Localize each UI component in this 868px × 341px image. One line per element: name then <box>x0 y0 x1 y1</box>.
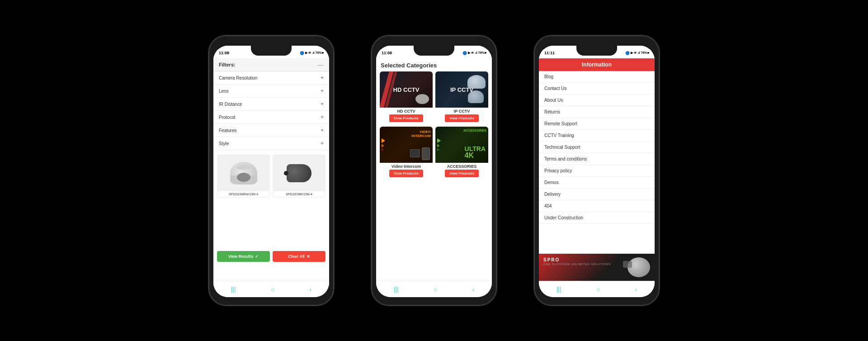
brand-logo: SPRO <box>543 257 560 262</box>
filters-label: Filters: <box>219 62 236 67</box>
info-item-demos[interactable]: Demos <box>539 177 655 189</box>
information-screen: Information Blog Contact Us About Us Ret… <box>539 58 655 281</box>
status-icons-1: 🔵 ▶ ≋ .ıl 76%■ <box>300 51 324 55</box>
bottom-nav-3: ||| ○ ‹ <box>539 281 655 297</box>
product-card-2[interactable]: SPD20/36R/15M-4 <box>273 155 326 198</box>
status-bar-3: 11:11 🔵 ▶ ≋ .ıl 76%■ <box>539 46 655 58</box>
product-image-2 <box>273 155 325 191</box>
expand-icon: + <box>321 140 324 147</box>
bottom-nav-2: ||| ○ ‹ <box>376 281 492 297</box>
cat-name-accessories: ACCESSORIES <box>447 163 477 170</box>
information-list: Blog Contact Us About Us Returns Remote … <box>539 71 655 254</box>
brand-banner: SPRO ONE PLATFORM UNLIMITED SOLUTIONS <box>539 254 655 281</box>
bottom-actions: View Results ✓ Clear All ✕ <box>213 248 329 265</box>
cat-image-hd-cctv: HD CCTV <box>380 71 433 108</box>
cat-card-ip-cctv[interactable]: IP CCTV IP CCTV View Products <box>435 71 488 124</box>
view-products-button-acc[interactable]: View Products <box>445 170 479 177</box>
expand-icon: + <box>321 101 324 107</box>
phone-categories: 11:08 🔵 ▶ ≋ .ıl 76%■ Selected Categories… <box>371 35 497 306</box>
product-name-1: SPD20/36RW/15M-4 <box>228 191 259 197</box>
expand-icon: + <box>321 114 324 120</box>
view-products-button-ip[interactable]: View Products <box>445 114 479 122</box>
info-item-delivery[interactable]: Delivery <box>539 189 655 200</box>
clear-all-button[interactable]: Clear All ✕ <box>273 251 326 262</box>
filter-features[interactable]: Features + <box>213 124 329 137</box>
ultra-hd-4k-label: ULTRA4K <box>465 146 486 159</box>
info-item-terms-conditions[interactable]: Terms and conditions <box>539 153 655 165</box>
acc-label: ACCESSORIES <box>463 129 486 133</box>
expand-icon: + <box>321 75 324 81</box>
filters-bar: Filters: — <box>213 58 329 71</box>
view-products-button-vi[interactable]: View Products <box>389 170 423 177</box>
banner-camera-small-icon <box>623 261 632 268</box>
nav-recent-icon-3[interactable]: ||| <box>557 286 561 293</box>
time-1: 11:08 <box>219 51 229 55</box>
nav-home-icon-2[interactable]: ○ <box>434 286 437 293</box>
nav-recent-icon-2[interactable]: ||| <box>394 286 399 293</box>
status-bar-1: 11:08 🔵 ▶ ≋ .ıl 76%■ <box>213 46 329 58</box>
nav-back-icon[interactable]: ‹ <box>310 286 312 293</box>
cat-card-video-intercom[interactable]: VIDEOINTERCOM Video Intercom View Produc… <box>380 127 433 179</box>
bullet-camera-icon <box>287 164 311 182</box>
categories-grid: HD CCTV HD CCTV View Products IP CCTV IP… <box>376 71 492 183</box>
filter-lens[interactable]: Lens + <box>213 85 329 98</box>
info-item-remote-support[interactable]: Remote Support <box>539 118 655 130</box>
filter-protocol[interactable]: Protocol + <box>213 111 329 124</box>
info-item-contact-us[interactable]: Contact Us <box>539 83 655 95</box>
info-item-returns[interactable]: Returns <box>539 106 655 118</box>
info-item-privacy-policy[interactable]: Privacy policy <box>539 165 655 177</box>
time-2: 11:08 <box>382 51 392 55</box>
status-bar-2: 11:08 🔵 ▶ ≋ .ıl 76%■ <box>376 46 492 58</box>
cat-name-video-intercom: Video Intercom <box>392 163 421 170</box>
view-results-button[interactable]: View Results ✓ <box>217 251 270 262</box>
categories-title: Selected Categories <box>376 58 492 71</box>
filter-ir-distance[interactable]: IR Distance + <box>213 98 329 111</box>
dome-camera-icon <box>230 162 257 185</box>
info-item-under-construction[interactable]: Under Construction <box>539 212 655 224</box>
nav-back-icon-3[interactable]: ‹ <box>635 286 637 293</box>
info-item-cctv-training[interactable]: CCTV Training <box>539 130 655 142</box>
product-grid: SPD20/36RW/15M-4 SPD20/36R/15M-4 <box>213 150 329 200</box>
phone-filters: 11:08 🔵 ▶ ≋ .ıl 76%■ Filters: — Camera R… <box>208 35 335 306</box>
cat-image-ip-cctv: IP CCTV <box>435 71 488 108</box>
cat-name-hd-cctv: HD CCTV <box>397 108 415 114</box>
view-products-button-hd[interactable]: View Products <box>389 114 423 122</box>
product-card-1[interactable]: SPD20/36RW/15M-4 <box>217 155 270 198</box>
cat-card-hd-cctv[interactable]: HD CCTV HD CCTV View Products <box>380 71 433 124</box>
checkmark-icon: ✓ <box>255 254 259 259</box>
product-image-1 <box>217 155 269 191</box>
phone-information: 11:11 🔵 ▶ ≋ .ıl 76%■ Information Blog Co… <box>533 35 660 306</box>
cat-image-video-intercom: VIDEOINTERCOM <box>380 127 433 163</box>
cat-card-accessories[interactable]: ACCESSORIES ULTRA4K ACCESSORIES View Pro… <box>435 127 488 179</box>
bottom-nav-1: ||| ○ ‹ <box>213 281 329 297</box>
status-icons-3: 🔵 ▶ ≋ .ıl 76%■ <box>625 51 649 55</box>
information-section-title: Information <box>539 58 655 71</box>
info-item-404[interactable]: 404 <box>539 200 655 212</box>
expand-icon: + <box>321 127 324 133</box>
filter-camera-resolution[interactable]: Camera Resolution + <box>213 71 329 85</box>
cat-name-ip-cctv: IP CCTV <box>454 108 470 114</box>
filters-collapse-icon[interactable]: — <box>317 61 324 68</box>
info-item-technical-support[interactable]: Technical Support <box>539 142 655 153</box>
product-name-2: SPD20/36R/15M-4 <box>285 191 313 197</box>
info-item-blog[interactable]: Blog <box>539 71 655 83</box>
nav-home-icon-3[interactable]: ○ <box>596 286 600 293</box>
time-3: 11:11 <box>544 51 555 55</box>
nav-recent-icon[interactable]: ||| <box>231 286 236 293</box>
expand-icon: + <box>321 88 324 94</box>
status-icons-2: 🔵 ▶ ≋ .ıl 76%■ <box>462 51 486 55</box>
filters-screen: Filters: — Camera Resolution + Lens + IR… <box>213 58 329 281</box>
categories-screen: Selected Categories HD CCTV HD CCTV Vi <box>376 58 492 281</box>
close-icon: ✕ <box>307 254 310 259</box>
filter-style[interactable]: Style + <box>213 137 329 150</box>
info-item-about-us[interactable]: About Us <box>539 95 655 106</box>
cat-image-accessories: ACCESSORIES ULTRA4K <box>435 127 488 163</box>
vi-label: VIDEOINTERCOM <box>411 130 431 138</box>
brand-tagline: ONE PLATFORM UNLIMITED SOLUTIONS <box>543 263 611 265</box>
nav-home-icon[interactable]: ○ <box>271 286 274 293</box>
nav-back-icon-2[interactable]: ‹ <box>472 286 475 293</box>
